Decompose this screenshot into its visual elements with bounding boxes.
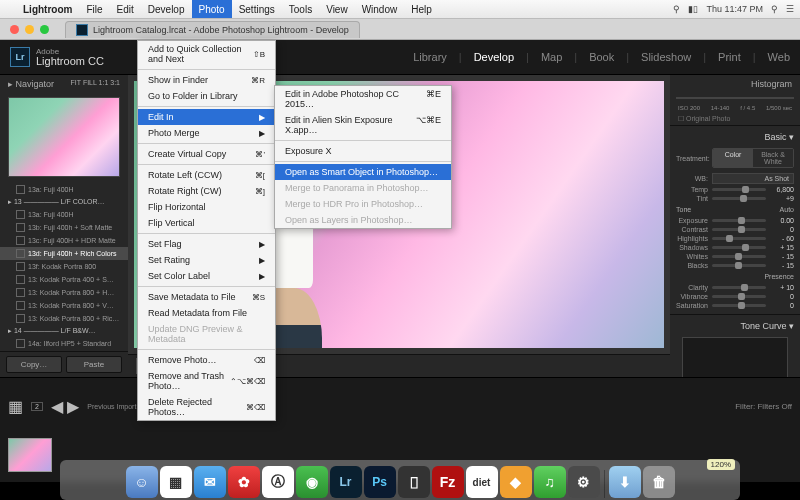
menu-tools[interactable]: Tools — [282, 0, 319, 18]
preset-item[interactable]: 13a: Fuji 400H — [0, 208, 128, 221]
tonecurve-title[interactable]: Tone Curve ▾ — [676, 319, 794, 333]
submenu-item[interactable]: Open as Smart Object in Photoshop… — [275, 164, 451, 180]
module-book[interactable]: Book — [589, 51, 614, 63]
dock-mail[interactable]: ✉ — [194, 466, 226, 498]
minimize-button[interactable] — [25, 25, 34, 34]
preset-item[interactable]: 14a: Ilford HP5 + Standard — [0, 337, 128, 350]
preset-item[interactable]: ▸ 13 ————— L/F COLOR… — [0, 196, 128, 208]
shadows-slider[interactable] — [712, 246, 766, 249]
battery-icon[interactable]: ▮▯ — [688, 4, 698, 14]
highlights-slider[interactable] — [712, 237, 766, 240]
wb-dropdown[interactable]: As Shot — [712, 173, 794, 184]
menu-window[interactable]: Window — [355, 0, 405, 18]
menu-item[interactable]: Read Metadata from File — [138, 305, 275, 321]
dock-lightroom[interactable]: Lr — [330, 466, 362, 498]
dock-calendar[interactable]: ▦ — [160, 466, 192, 498]
navigator-title[interactable]: ▸ Navigator — [8, 79, 54, 89]
preset-item[interactable]: 13: Kodak Portra 800 + V… — [0, 299, 128, 312]
menu-develop[interactable]: Develop — [141, 0, 192, 18]
dock-spotify[interactable]: ♫ — [534, 466, 566, 498]
preset-item[interactable]: 13b: Fuji 400h + Soft Matte — [0, 221, 128, 234]
second-window-icon[interactable]: 2 — [31, 402, 43, 411]
menu-photo[interactable]: Photo — [192, 0, 232, 18]
zoom-button[interactable] — [40, 25, 49, 34]
dock-photoshop[interactable]: Ps — [364, 466, 396, 498]
dock-trash[interactable]: 🗑 — [643, 466, 675, 498]
menu-item[interactable]: Add to Quick Collection and Next⇧B — [138, 41, 275, 67]
menu-item[interactable]: Rotate Right (CW)⌘] — [138, 183, 275, 199]
basic-panel-title[interactable]: Basic ▾ — [676, 130, 794, 144]
menu-item[interactable]: Create Virtual Copy⌘' — [138, 146, 275, 162]
vibrance-slider[interactable] — [712, 295, 766, 298]
dock-finder[interactable]: ☺ — [126, 466, 158, 498]
dock-appstore[interactable]: Ⓐ — [262, 466, 294, 498]
menu-item[interactable]: Set Flag▶ — [138, 236, 275, 252]
copy-button[interactable]: Copy… — [6, 356, 62, 373]
menu-item[interactable]: Flip Vertical — [138, 215, 275, 231]
paste-button[interactable]: Paste — [66, 356, 122, 373]
dock-terminal[interactable]: ⌷ — [398, 466, 430, 498]
contrast-slider[interactable] — [712, 228, 766, 231]
module-slideshow[interactable]: Slideshow — [641, 51, 691, 63]
preset-item[interactable]: ▸ 14 ————— L/F B&W… — [0, 325, 128, 337]
tint-slider[interactable] — [712, 197, 766, 200]
filter-dropdown[interactable]: Filters Off — [757, 402, 792, 411]
dock-filezilla[interactable]: Fz — [432, 466, 464, 498]
filmstrip-source[interactable]: Previous Import — [87, 403, 136, 410]
menu-item[interactable]: Delete Rejected Photos…⌘⌫ — [138, 394, 275, 420]
exposure-slider[interactable] — [712, 219, 766, 222]
menu-item[interactable]: Edit In▶ — [138, 109, 275, 125]
module-library[interactable]: Library — [413, 51, 447, 63]
clarity-slider[interactable] — [712, 286, 766, 289]
menu-help[interactable]: Help — [404, 0, 439, 18]
menu-item[interactable]: Remove and Trash Photo…⌃⌥⌘⌫ — [138, 368, 275, 394]
submenu-item[interactable]: Edit in Alien Skin Exposure X.app…⌥⌘E — [275, 112, 451, 138]
preset-item[interactable]: 13: Kodak Portra 400 + S… — [0, 273, 128, 286]
treatment-bw[interactable]: Black & White — [753, 149, 793, 167]
close-button[interactable] — [10, 25, 19, 34]
wifi-icon[interactable]: ⚲ — [673, 4, 680, 14]
menu-edit[interactable]: Edit — [110, 0, 141, 18]
menu-file[interactable]: File — [79, 0, 109, 18]
menu-item[interactable]: Flip Horizontal — [138, 199, 275, 215]
menu-item[interactable]: Show in Finder⌘R — [138, 72, 275, 88]
preset-item[interactable]: 13c: Fuji 400H + HDR Matte — [0, 234, 128, 247]
dock-app1[interactable]: ◆ — [500, 466, 532, 498]
module-web[interactable]: Web — [768, 51, 790, 63]
menu-item[interactable]: Remove Photo…⌫ — [138, 352, 275, 368]
clock[interactable]: Thu 11:47 PM — [706, 4, 763, 14]
module-develop[interactable]: Develop — [474, 51, 514, 63]
preset-item[interactable]: 13f: Kodak Portra 800 — [0, 260, 128, 273]
auto-tone-button[interactable]: Auto — [780, 206, 794, 213]
submenu-item[interactable]: Exposure X — [275, 143, 451, 159]
histogram-title[interactable]: Histogram — [751, 79, 792, 89]
preset-item[interactable]: 13: Kodak Portra 800 + H… — [0, 286, 128, 299]
module-print[interactable]: Print — [718, 51, 741, 63]
treatment-color[interactable]: Color — [713, 149, 753, 167]
spotlight-icon[interactable]: ⚲ — [771, 4, 778, 14]
menu-item[interactable]: Set Color Label▶ — [138, 268, 275, 284]
dock-downloads[interactable]: ⬇ — [609, 466, 641, 498]
saturation-slider[interactable] — [712, 304, 766, 307]
preset-item[interactable]: 13: Kodak Portra 800 + Ric… — [0, 312, 128, 325]
app-menu[interactable]: Lightroom — [16, 0, 79, 18]
dock-messages[interactable]: ◉ — [296, 466, 328, 498]
menu-item[interactable]: Save Metadata to File⌘S — [138, 289, 275, 305]
dock-photos[interactable]: ✿ — [228, 466, 260, 498]
menu-item[interactable]: Photo Merge▶ — [138, 125, 275, 141]
menu-item[interactable]: Rotate Left (CCW)⌘[ — [138, 167, 275, 183]
submenu-item[interactable]: Edit in Adobe Photoshop CC 2015…⌘E — [275, 86, 451, 112]
dock-diet[interactable]: diet — [466, 466, 498, 498]
dock-settings[interactable]: ⚙ — [568, 466, 600, 498]
notification-icon[interactable]: ☰ — [786, 4, 794, 14]
menu-item[interactable]: Go to Folder in Library — [138, 88, 275, 104]
histogram[interactable] — [676, 97, 794, 99]
grid-icon[interactable]: ▦ — [8, 397, 23, 416]
preset-item[interactable]: 13d: Fuji 400h + Rich Colors — [0, 247, 128, 260]
whites-slider[interactable] — [712, 255, 766, 258]
preset-item[interactable]: 13a: Fuji 400H — [0, 183, 128, 196]
navigator-preview[interactable] — [8, 97, 120, 177]
menu-settings[interactable]: Settings — [232, 0, 282, 18]
menu-item[interactable]: Set Rating▶ — [138, 252, 275, 268]
window-tab[interactable]: Lightroom Catalog.lrcat - Adobe Photosho… — [65, 21, 360, 38]
